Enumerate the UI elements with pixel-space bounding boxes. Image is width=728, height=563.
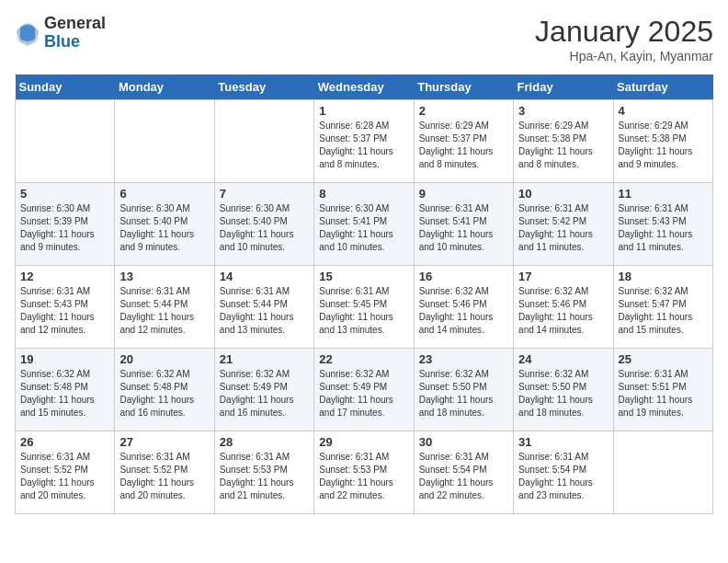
day-number: 17: [518, 270, 608, 283]
day-info: Sunrise: 6:30 AMSunset: 5:39 PMDaylight:…: [20, 202, 109, 254]
logo-text: General Blue: [44, 15, 106, 52]
day-info: Sunrise: 6:30 AMSunset: 5:40 PMDaylight:…: [220, 202, 309, 254]
calendar-cell: 27Sunrise: 6:31 AMSunset: 5:52 PMDayligh…: [115, 431, 214, 514]
calendar-header-row: SundayMondayTuesdayWednesdayThursdayFrid…: [16, 75, 713, 100]
calendar-cell: 4Sunrise: 6:29 AMSunset: 5:38 PMDaylight…: [613, 100, 712, 183]
day-number: 22: [319, 352, 408, 366]
day-number: 9: [419, 187, 508, 201]
day-header-thursday: Thursday: [414, 75, 513, 100]
calendar-cell: 23Sunrise: 6:32 AMSunset: 5:50 PMDayligh…: [414, 349, 513, 431]
day-number: 26: [20, 435, 109, 449]
calendar-cell: 16Sunrise: 6:32 AMSunset: 5:46 PMDayligh…: [414, 266, 513, 349]
calendar-cell: 8Sunrise: 6:30 AMSunset: 5:41 PMDaylight…: [314, 183, 414, 266]
day-info: Sunrise: 6:32 AMSunset: 5:49 PMDaylight:…: [220, 368, 309, 419]
calendar-cell: [613, 431, 712, 514]
day-header-friday: Friday: [514, 75, 613, 100]
day-number: 7: [220, 187, 309, 201]
logo-blue-text: Blue: [44, 33, 106, 52]
day-number: 14: [220, 270, 309, 283]
day-number: 25: [619, 352, 708, 366]
calendar-cell: 25Sunrise: 6:31 AMSunset: 5:51 PMDayligh…: [613, 349, 712, 431]
day-info: Sunrise: 6:31 AMSunset: 5:44 PMDaylight:…: [119, 285, 209, 337]
page-header: General Blue January 2025 Hpa-An, Kayin,…: [15, 15, 713, 63]
calendar-cell: 20Sunrise: 6:32 AMSunset: 5:48 PMDayligh…: [115, 349, 214, 431]
day-info: Sunrise: 6:31 AMSunset: 5:43 PMDaylight:…: [20, 285, 109, 337]
month-title: January 2025: [535, 15, 713, 49]
calendar-cell: 28Sunrise: 6:31 AMSunset: 5:53 PMDayligh…: [214, 431, 313, 514]
day-info: Sunrise: 6:32 AMSunset: 5:50 PMDaylight:…: [419, 368, 508, 419]
day-info: Sunrise: 6:31 AMSunset: 5:43 PMDaylight:…: [619, 202, 708, 254]
calendar-cell: 17Sunrise: 6:32 AMSunset: 5:46 PMDayligh…: [514, 266, 613, 349]
day-info: Sunrise: 6:32 AMSunset: 5:46 PMDaylight:…: [518, 285, 608, 337]
day-info: Sunrise: 6:32 AMSunset: 5:48 PMDaylight:…: [119, 368, 209, 419]
day-number: 20: [119, 352, 209, 366]
day-header-sunday: Sunday: [16, 75, 115, 100]
day-info: Sunrise: 6:31 AMSunset: 5:52 PMDaylight:…: [119, 451, 209, 502]
day-info: Sunrise: 6:31 AMSunset: 5:53 PMDaylight:…: [220, 451, 309, 502]
calendar-cell: 15Sunrise: 6:31 AMSunset: 5:45 PMDayligh…: [314, 266, 414, 349]
day-number: 15: [319, 270, 408, 283]
day-number: 5: [20, 187, 109, 201]
calendar-week-row: 19Sunrise: 6:32 AMSunset: 5:48 PMDayligh…: [16, 349, 713, 431]
calendar-cell: 6Sunrise: 6:30 AMSunset: 5:40 PMDaylight…: [115, 183, 214, 266]
logo-general-text: General: [44, 15, 106, 33]
calendar-week-row: 1Sunrise: 6:28 AMSunset: 5:37 PMDaylight…: [16, 100, 713, 183]
calendar-cell: 3Sunrise: 6:29 AMSunset: 5:38 PMDaylight…: [514, 100, 613, 183]
day-number: 27: [119, 435, 209, 449]
calendar-cell: 29Sunrise: 6:31 AMSunset: 5:53 PMDayligh…: [314, 431, 414, 514]
title-section: January 2025 Hpa-An, Kayin, Myanmar: [535, 15, 713, 63]
day-info: Sunrise: 6:31 AMSunset: 5:42 PMDaylight:…: [518, 202, 608, 254]
day-number: 23: [419, 352, 508, 366]
day-number: 30: [419, 435, 508, 449]
calendar-cell: 14Sunrise: 6:31 AMSunset: 5:44 PMDayligh…: [214, 266, 313, 349]
day-info: Sunrise: 6:31 AMSunset: 5:53 PMDaylight:…: [319, 451, 408, 502]
calendar-cell: 11Sunrise: 6:31 AMSunset: 5:43 PMDayligh…: [613, 183, 712, 266]
day-info: Sunrise: 6:29 AMSunset: 5:38 PMDaylight:…: [619, 120, 708, 171]
calendar-cell: 22Sunrise: 6:32 AMSunset: 5:49 PMDayligh…: [314, 349, 414, 431]
calendar-cell: [16, 100, 115, 183]
day-header-wednesday: Wednesday: [314, 75, 414, 100]
day-info: Sunrise: 6:31 AMSunset: 5:44 PMDaylight:…: [220, 285, 309, 337]
calendar-cell: 30Sunrise: 6:31 AMSunset: 5:54 PMDayligh…: [414, 431, 513, 514]
day-number: 24: [518, 352, 608, 366]
day-number: 1: [319, 104, 408, 118]
day-info: Sunrise: 6:32 AMSunset: 5:47 PMDaylight:…: [619, 285, 708, 337]
calendar-cell: 24Sunrise: 6:32 AMSunset: 5:50 PMDayligh…: [514, 349, 613, 431]
day-info: Sunrise: 6:31 AMSunset: 5:41 PMDaylight:…: [419, 202, 508, 254]
calendar-cell: 12Sunrise: 6:31 AMSunset: 5:43 PMDayligh…: [16, 266, 115, 349]
day-number: 29: [319, 435, 408, 449]
day-header-tuesday: Tuesday: [214, 75, 313, 100]
calendar-cell: 13Sunrise: 6:31 AMSunset: 5:44 PMDayligh…: [115, 266, 214, 349]
logo-icon: [15, 20, 40, 46]
day-number: 10: [518, 187, 608, 201]
day-info: Sunrise: 6:31 AMSunset: 5:51 PMDaylight:…: [619, 368, 708, 419]
day-header-saturday: Saturday: [613, 75, 712, 100]
calendar-cell: 7Sunrise: 6:30 AMSunset: 5:40 PMDaylight…: [214, 183, 313, 266]
day-number: 21: [220, 352, 309, 366]
day-number: 28: [220, 435, 309, 449]
day-number: 6: [119, 187, 209, 201]
calendar-cell: 26Sunrise: 6:31 AMSunset: 5:52 PMDayligh…: [16, 431, 115, 514]
day-info: Sunrise: 6:31 AMSunset: 5:54 PMDaylight:…: [518, 451, 608, 502]
day-info: Sunrise: 6:32 AMSunset: 5:49 PMDaylight:…: [319, 368, 408, 419]
day-number: 4: [619, 104, 708, 118]
day-number: 16: [419, 270, 508, 283]
day-number: 19: [20, 352, 109, 366]
day-number: 3: [518, 104, 608, 118]
day-info: Sunrise: 6:29 AMSunset: 5:38 PMDaylight:…: [518, 120, 608, 171]
day-number: 8: [319, 187, 408, 201]
day-number: 13: [119, 270, 209, 283]
day-number: 18: [619, 270, 708, 283]
calendar-cell: [115, 100, 214, 183]
day-number: 12: [20, 270, 109, 283]
day-info: Sunrise: 6:31 AMSunset: 5:52 PMDaylight:…: [20, 451, 109, 502]
calendar-cell: [214, 100, 313, 183]
calendar-cell: 18Sunrise: 6:32 AMSunset: 5:47 PMDayligh…: [613, 266, 712, 349]
calendar-table: SundayMondayTuesdayWednesdayThursdayFrid…: [15, 75, 713, 514]
calendar-cell: 1Sunrise: 6:28 AMSunset: 5:37 PMDaylight…: [314, 100, 414, 183]
day-info: Sunrise: 6:32 AMSunset: 5:48 PMDaylight:…: [20, 368, 109, 419]
calendar-week-row: 26Sunrise: 6:31 AMSunset: 5:52 PMDayligh…: [16, 431, 713, 514]
day-number: 2: [419, 104, 508, 118]
calendar-cell: 9Sunrise: 6:31 AMSunset: 5:41 PMDaylight…: [414, 183, 513, 266]
day-info: Sunrise: 6:32 AMSunset: 5:46 PMDaylight:…: [419, 285, 508, 337]
